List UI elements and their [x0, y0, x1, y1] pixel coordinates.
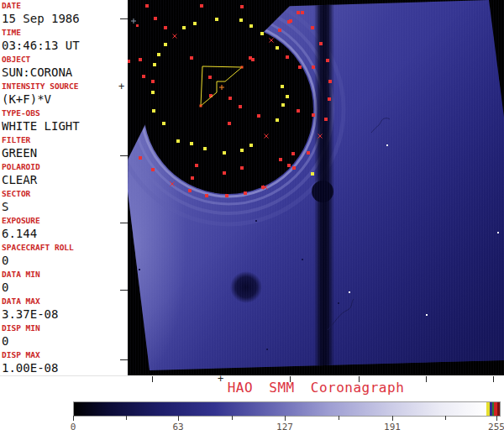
smm-coronagraph-display: DATE15 Sep 1986TIME03:46:13 UTOBJECTSUN:…	[0, 0, 504, 430]
field-label: TIME	[2, 28, 128, 38]
fiducial-dot-red	[240, 5, 244, 8]
field-value: CLEAR	[2, 172, 128, 187]
field-label: POLAROID	[2, 162, 128, 172]
sidebar-bottom-divider	[0, 375, 128, 376]
field-label: DISP MIN	[2, 323, 128, 333]
fiducial-dot-red	[240, 166, 244, 170]
fiducial-dot-red	[228, 97, 232, 100]
field-value: 1.00E-08	[2, 360, 128, 375]
fiducial-dot-red	[205, 194, 208, 197]
fiducial-dot-red	[257, 114, 260, 118]
fiducial-dot-red	[190, 56, 193, 60]
occulting-disk	[144, 24, 313, 194]
colorbar-major-tick	[496, 416, 497, 421]
fiducial-dot-yellow	[164, 43, 167, 46]
fiducial-dot-red	[139, 156, 142, 160]
field-value: 0	[2, 253, 128, 268]
field-value: (K+F)*V	[2, 92, 128, 107]
coronagraph-image	[128, 0, 504, 375]
fiducial-dot-yellow	[162, 122, 165, 125]
field-value: 6.144	[2, 226, 128, 241]
field-label: DISP MAX	[2, 350, 128, 360]
field-label: DATA MIN	[2, 270, 128, 280]
fiducial-dot-red	[188, 189, 192, 192]
field-label: INTENSITY SOURCE	[2, 81, 128, 92]
colorbar-major-tick	[73, 416, 74, 421]
colorbar-tick-label: 0	[58, 422, 88, 430]
instrument-title: HAO SMM Coronagraph	[128, 380, 504, 396]
fiducial-dot-yellow	[281, 103, 285, 107]
fiducial-dot-red	[324, 118, 328, 121]
colorbar-reserved-stripe	[497, 402, 500, 416]
fiducial-dot-red	[128, 60, 130, 63]
field-value: 15 Sep 1986	[2, 11, 128, 26]
fiducial-dot-yellow	[281, 85, 284, 88]
bottom-axis-tick	[152, 376, 153, 382]
field-label: TYPE-OBS	[2, 108, 128, 118]
field-label: SECTOR	[2, 189, 128, 199]
fiducial-dot-red	[164, 26, 167, 29]
fiducial-dot-red	[297, 109, 300, 113]
fiducial-dot-red	[154, 17, 157, 20]
fiducial-dot-red	[326, 59, 329, 62]
colorbar-minor-tick	[339, 416, 339, 420]
metadata-field-data-max: DATA MAX3.37E-08	[2, 296, 128, 323]
fiducial-dot-yellow	[249, 24, 253, 28]
metadata-field-disp-max: DISP MAX1.00E-08	[2, 350, 128, 375]
fiducial-dot-yellow	[286, 95, 289, 98]
fiducial-dot-red	[151, 168, 155, 171]
field-value: SUN:CORONA	[2, 65, 128, 80]
field-value: 0	[2, 280, 128, 295]
colorbar-minor-tick	[232, 416, 233, 420]
metadata-field-data-min: DATA MIN0	[2, 270, 128, 296]
fiducial-dot-red	[301, 11, 304, 14]
intensity-colorbar	[73, 401, 501, 417]
fiducial-dot-yellow	[176, 139, 180, 143]
fiducial-dot-red	[287, 164, 291, 167]
dark-speck	[338, 302, 339, 304]
fiducial-dot-red	[328, 80, 332, 83]
fiducial-dot-red	[292, 166, 296, 170]
bottom-axis-tick	[359, 376, 360, 382]
metadata-field-object: OBJECTSUN:CORONA	[2, 55, 128, 81]
star-speck	[349, 291, 350, 293]
metadata-field-polaroid: POLAROIDCLEAR	[2, 162, 128, 189]
fiducial-dot-red	[191, 176, 194, 180]
left-axis-tick	[120, 359, 128, 360]
fiducial-dot-red	[312, 66, 315, 69]
metadata-field-time: TIME03:46:13 UT	[2, 28, 128, 55]
left-axis-tick	[120, 155, 128, 156]
star-speck	[497, 232, 499, 233]
polygon-vertex-dot	[200, 105, 202, 108]
fiducial-dot-yellow	[153, 63, 156, 66]
colorbar-tick-label: 255	[481, 422, 504, 430]
left-axis-tick	[120, 18, 128, 19]
fiducial-dot-red	[142, 75, 145, 78]
colorbar-tick-label: 63	[163, 422, 193, 430]
fiducial-dot-yellow	[182, 26, 186, 29]
field-value: S	[2, 199, 128, 214]
field-value: GREEN	[2, 145, 128, 160]
dark-speck	[139, 269, 140, 270]
bottom-axis-tick	[290, 376, 291, 382]
fiducial-dot-red	[298, 66, 302, 69]
fiducial-dot-red	[228, 122, 231, 125]
metadata-field-exposure: EXPOSURE6.144	[2, 216, 128, 243]
fiducial-dot-yellow	[157, 53, 160, 56]
metadata-sidebar: DATE15 Sep 1986TIME03:46:13 UTOBJECTSUN:…	[0, 0, 128, 375]
fiducial-dot-yellow	[190, 142, 193, 145]
fiducial-dot-red	[297, 11, 300, 14]
metadata-field-type-obs: TYPE-OBSWHITE LIGHT	[2, 108, 128, 135]
bottom-axis-tick	[493, 376, 494, 382]
colorbar-tick-label: 191	[377, 422, 407, 430]
dark-speck	[302, 259, 303, 260]
bottom-axis-tick	[426, 376, 427, 382]
fiducial-dot-red	[139, 58, 142, 61]
fiducial-dot-yellow	[203, 147, 207, 150]
fiducial-dot-red	[279, 158, 282, 161]
fiducial-dot-red	[311, 26, 314, 29]
colorbar-major-tick	[392, 416, 393, 421]
fiducial-dot-yellow	[240, 149, 244, 152]
fiducial-dot-yellow	[151, 91, 155, 94]
bottom-axis-plus: +	[218, 375, 223, 383]
